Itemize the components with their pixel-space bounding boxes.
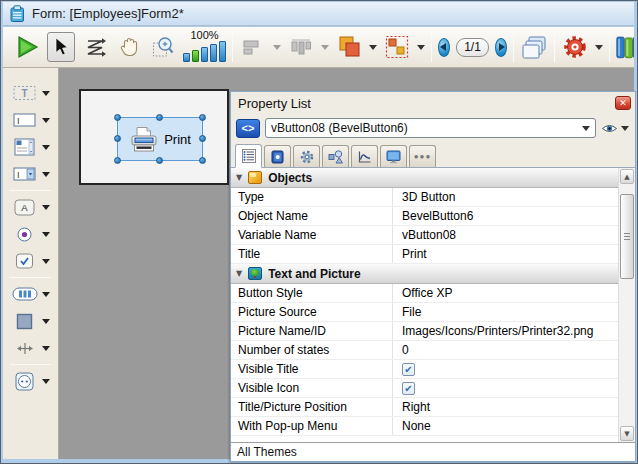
next-page-button[interactable] [495,38,507,57]
property-value[interactable]: 0 [393,341,618,359]
property-value[interactable]: 3D Button [393,188,618,206]
tab-settings[interactable] [293,145,320,167]
entry-order-tool-button[interactable] [81,32,109,62]
zoom-tool-button[interactable] [149,32,177,62]
section-header[interactable]: ▼Objects [231,168,618,188]
tab-chart[interactable] [351,145,378,167]
checkbox-checked[interactable]: ✔ [402,382,415,395]
sidebar-text-tool-button[interactable]: T [3,81,58,105]
property-row[interactable]: Object NameBevelButton6 [231,207,618,226]
print-button-object[interactable]: Print [117,117,203,161]
settings-button[interactable] [561,32,589,62]
property-row[interactable]: Picture SourceFile [231,303,618,322]
group-dropdown-arrow[interactable] [417,45,425,50]
property-row[interactable]: Type3D Button [231,188,618,207]
property-value[interactable]: ✔ [393,379,618,397]
zoom-bar[interactable] [219,41,226,62]
distribute-dropdown-arrow[interactable] [321,45,329,50]
tab-property-list[interactable] [235,144,262,168]
dropdown-arrow[interactable] [42,91,50,96]
property-row[interactable]: TitlePrint [231,245,618,264]
scroll-down-button[interactable]: ▼ [620,426,634,441]
sidebar-rectangle-tool-button[interactable] [3,309,58,333]
dropdown-arrow[interactable] [42,118,50,123]
property-row[interactable]: With Pop-up MenuNone [231,417,618,436]
tab-database[interactable] [264,145,291,167]
property-value[interactable]: Right [393,398,618,416]
property-row[interactable]: Button StyleOffice XP [231,284,618,303]
previous-page-button[interactable] [438,38,450,57]
title-bar[interactable]: Form: [Employees]Form2* [3,2,634,26]
selection-handle[interactable] [199,157,206,164]
library-button[interactable] [616,32,634,62]
collapse-triangle-icon[interactable]: ▼ [236,269,242,278]
selection-handle[interactable] [156,157,163,164]
scrollbar[interactable]: ▲ ▼ [618,168,635,442]
sidebar-socket-tool-button[interactable] [3,369,58,393]
checkbox-checked[interactable]: ✔ [402,363,415,376]
scroll-up-button[interactable]: ▲ [620,169,634,184]
property-row[interactable]: Visible Icon✔ [231,379,618,398]
move-tool-button[interactable] [115,32,143,62]
scrollbar-thumb[interactable] [620,194,634,279]
tab-more[interactable]: ●●● [409,145,436,167]
zoom-bars[interactable] [183,41,226,62]
property-value[interactable]: ✔ [393,360,618,378]
property-value[interactable]: Print [393,245,618,263]
dropdown-arrow[interactable] [42,346,50,351]
view-options-button[interactable] [601,123,629,134]
form-page[interactable]: Print [79,89,229,185]
sidebar-buttonbar-tool-button[interactable] [3,282,58,306]
tab-shapes[interactable] [322,145,349,167]
dropdown-arrow[interactable] [42,259,50,264]
dropdown-arrow[interactable] [42,232,50,237]
section-header[interactable]: ▼Text and Picture [231,264,618,284]
page-indicator[interactable]: 1/1 [456,38,490,57]
dropdown-arrow[interactable] [42,205,50,210]
settings-dropdown-arrow[interactable] [595,45,603,50]
property-row[interactable]: Title/Picture PositionRight [231,398,618,417]
close-button[interactable]: ✕ [615,96,631,110]
selection-handle[interactable] [199,114,206,121]
selection-handle[interactable] [114,157,121,164]
selection-handle[interactable] [156,114,163,121]
align-button[interactable] [239,32,267,62]
zoom-bar[interactable] [201,47,208,62]
dropdown-arrow[interactable] [42,319,50,324]
layers-dropdown-arrow[interactable] [369,45,377,50]
sidebar-field-tool-button[interactable]: I [3,108,58,132]
property-value[interactable]: Images/Icons/Printers/Printer32.png [393,322,618,340]
property-value[interactable]: Office XP [393,284,618,302]
selection-handle[interactable] [199,135,206,142]
tab-display[interactable] [380,145,407,167]
sidebar-combobox-tool-button[interactable]: I [3,162,58,186]
property-value[interactable]: File [393,303,618,321]
property-value[interactable]: BevelButton6 [393,207,618,225]
collapse-triangle-icon[interactable]: ▼ [236,173,242,182]
sidebar-radio-tool-button[interactable] [3,222,58,246]
sidebar-checkbox-tool-button[interactable] [3,249,58,273]
scrollbar-track[interactable] [619,185,635,425]
dropdown-arrow[interactable] [42,292,50,297]
property-row[interactable]: Visible Title✔ [231,360,618,379]
display-options-button[interactable] [520,32,548,62]
selection-handle[interactable] [114,114,121,121]
selection-handle[interactable] [114,135,121,142]
property-row[interactable]: Variable NamevButton08 [231,226,618,245]
group-button[interactable] [383,32,411,62]
theme-filter-bar[interactable]: All Themes [231,442,635,461]
property-row[interactable]: Number of states0 [231,341,618,360]
dropdown-arrow[interactable] [42,172,50,177]
zoom-bar[interactable] [210,44,217,62]
dropdown-arrow[interactable] [42,145,50,150]
property-row[interactable]: Picture Name/IDImages/Icons/Printers/Pri… [231,322,618,341]
property-value[interactable]: vButton08 [393,226,618,244]
property-value[interactable]: None [393,417,618,435]
object-nav-button[interactable]: <> [236,119,260,138]
object-selector-dropdown[interactable]: vButton08 (BevelButton6) [265,118,596,138]
zoom-bar-selected[interactable] [192,50,199,62]
sidebar-button-tool-button[interactable]: A [3,195,58,219]
execute-form-button[interactable] [13,32,41,62]
distribute-button[interactable] [287,32,315,62]
zoom-level-group[interactable]: 100% [183,30,226,62]
